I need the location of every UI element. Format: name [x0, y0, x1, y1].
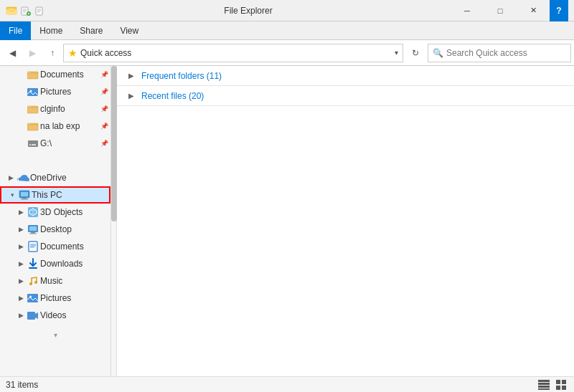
sidebar-item-documents-pinned[interactable]: Documents 📌: [0, 66, 110, 83]
sidebar-item-3d-objects[interactable]: ▶ 3D Objects: [0, 204, 110, 221]
svg-rect-13: [27, 123, 31, 125]
view-details-button[interactable]: [537, 378, 551, 392]
sidebar-label: Videos: [40, 310, 110, 320]
svg-rect-8: [27, 88, 38, 96]
svg-rect-11: [27, 106, 31, 107]
sidebar-label: G:\: [40, 138, 100, 148]
view-controls: [537, 378, 568, 392]
frequent-folders-label: Frequent folders (11): [141, 71, 222, 81]
drive-icon: [26, 138, 40, 148]
minimize-button[interactable]: ─: [451, 0, 484, 21]
menu-share[interactable]: Share: [71, 21, 111, 40]
properties-icon[interactable]: [34, 5, 46, 16]
svg-rect-18: [21, 192, 28, 196]
forward-button[interactable]: ▶: [23, 44, 42, 62]
svg-rect-23: [29, 226, 37, 231]
expand-icon: ▶: [16, 209, 26, 216]
pictures-icon: [26, 293, 40, 303]
title-bar: File Explorer ─ □ ✕ ?: [0, 0, 574, 21]
app-icon: [6, 5, 17, 16]
svg-rect-7: [27, 72, 31, 73]
folder-icon: [26, 70, 40, 80]
pin-icon: ★: [68, 47, 77, 59]
sidebar-item-videos[interactable]: ▶ Videos: [0, 307, 110, 324]
item-count: 31 items: [6, 380, 38, 390]
status-bar: 31 items: [0, 376, 574, 392]
menu-file[interactable]: File: [0, 21, 31, 40]
3d-icon: [26, 206, 40, 218]
up-button[interactable]: ↑: [43, 44, 62, 62]
menu-bar: File Home Share View: [0, 21, 574, 40]
search-icon: 🔍: [433, 48, 443, 58]
music-icon: [26, 275, 40, 287]
menu-view[interactable]: View: [111, 21, 147, 40]
sidebar-item-onedrive[interactable]: ▶ OneDrive: [0, 169, 110, 186]
recent-files-header[interactable]: ▶ Recent files (20): [117, 86, 574, 106]
pc-icon: [17, 190, 32, 200]
address-text: Quick access: [80, 48, 395, 58]
videos-icon: [26, 311, 40, 320]
search-input[interactable]: [446, 48, 566, 58]
pin-icon: 📌: [100, 123, 110, 130]
pin-icon: 📌: [100, 105, 110, 113]
expand-icon: ▶: [16, 243, 26, 250]
recent-files-label: Recent files (20): [141, 91, 204, 101]
sidebar-label: Documents: [40, 70, 100, 80]
new-icon[interactable]: [20, 5, 32, 16]
sidebar-label: 3D Objects: [40, 207, 110, 217]
pin-icon: 📌: [100, 71, 110, 78]
expand-icon: ▾: [7, 191, 17, 199]
dropdown-icon[interactable]: ▾: [395, 49, 398, 57]
expand-icon: ▶: [16, 226, 26, 233]
maximize-button[interactable]: □: [484, 0, 517, 21]
sidebar-item-na-lab-exp[interactable]: na lab exp 📌: [0, 118, 110, 135]
sidebar-item-downloads[interactable]: ▶ Downloads: [0, 255, 110, 272]
desktop-icon: [26, 224, 40, 234]
help-button[interactable]: ?: [550, 0, 568, 21]
sidebar-label: Music: [40, 276, 110, 286]
sidebar-item-clginfo[interactable]: clginfo 📌: [0, 100, 110, 118]
sidebar-label: Downloads: [40, 259, 110, 269]
view-tiles-button[interactable]: [554, 378, 568, 392]
sidebar-item-music[interactable]: ▶ Music: [0, 272, 110, 290]
svg-rect-4: [36, 7, 42, 15]
frequent-folders-header[interactable]: ▶ Frequent folders (11): [117, 66, 574, 86]
svg-rect-34: [538, 383, 550, 385]
sidebar-label: This PC: [32, 190, 109, 200]
close-button[interactable]: ✕: [517, 0, 550, 21]
sidebar-item-documents[interactable]: ▶ Documents: [0, 238, 110, 255]
back-button[interactable]: ◀: [3, 44, 22, 62]
svg-rect-14: [28, 140, 38, 147]
nav-bar: ◀ ▶ ↑ ★ Quick access ▾ ↻ 🔍: [0, 40, 574, 66]
sidebar-item-this-pc[interactable]: ▾ This PC: [0, 186, 110, 204]
svg-rect-40: [562, 386, 566, 390]
svg-point-28: [29, 282, 32, 285]
sidebar-scrollbar[interactable]: [111, 66, 117, 376]
pin-icon: 📌: [100, 88, 110, 95]
expand-icon: ▶: [16, 295, 26, 302]
pin-icon: 📌: [100, 140, 110, 147]
svg-rect-39: [556, 386, 560, 390]
svg-rect-15: [29, 144, 31, 145]
content-area: ▶ Frequent folders (11) ▶ Recent files (…: [117, 66, 574, 376]
search-bar[interactable]: 🔍: [428, 44, 571, 62]
sidebar: Documents 📌 Pictures 📌 clginfo 📌 na lab …: [0, 66, 111, 376]
svg-rect-33: [538, 380, 550, 382]
main-area: Documents 📌 Pictures 📌 clginfo 📌 na lab …: [0, 66, 574, 376]
address-bar[interactable]: ★ Quick access ▾: [63, 44, 403, 62]
expand-icon: ▶: [16, 277, 26, 285]
chevron-icon: ▶: [128, 92, 138, 100]
svg-rect-38: [562, 380, 566, 384]
expand-icon: ▶: [16, 312, 26, 319]
refresh-button[interactable]: ↻: [406, 44, 425, 62]
svg-rect-35: [538, 386, 550, 388]
pictures-icon: [26, 87, 40, 97]
menu-home[interactable]: Home: [31, 21, 71, 40]
sidebar-item-pictures[interactable]: ▶ Pictures: [0, 290, 110, 307]
sidebar-label: Pictures: [40, 293, 110, 303]
onedrive-icon: [16, 173, 30, 182]
svg-rect-19: [22, 198, 27, 199]
sidebar-item-desktop[interactable]: ▶ Desktop: [0, 221, 110, 238]
sidebar-item-g-drive[interactable]: G:\ 📌: [0, 135, 110, 152]
sidebar-item-pictures-pinned[interactable]: Pictures 📌: [0, 83, 110, 100]
